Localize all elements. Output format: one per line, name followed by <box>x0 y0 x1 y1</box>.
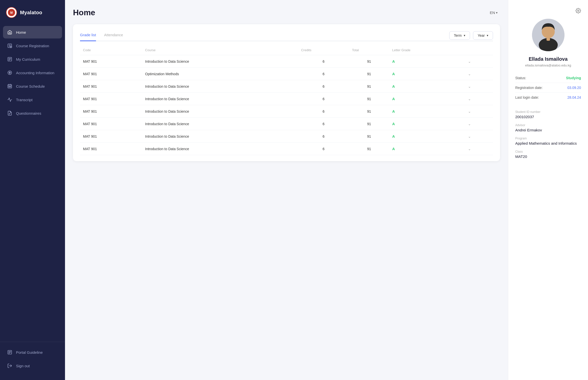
cell-expand[interactable]: ⌄ <box>465 130 493 143</box>
chevron-down-icon[interactable]: ⌄ <box>468 122 471 126</box>
curriculum-icon <box>7 56 12 62</box>
page-title: Home <box>73 8 95 17</box>
lang-label: EN <box>490 10 495 15</box>
cell-grade: A <box>389 68 465 80</box>
tab-attendance[interactable]: Attendance <box>104 30 123 41</box>
cell-credits: 6 <box>298 68 349 80</box>
program-group: Program Applied Mathematics and Informat… <box>515 137 581 145</box>
term-filter[interactable]: Term ▾ <box>449 31 470 40</box>
table-row[interactable]: MAT 901 Introduction to Data Science 6 9… <box>80 105 493 118</box>
svg-rect-7 <box>8 84 12 88</box>
table-row[interactable]: MAT 901 Introduction to Data Science 6 9… <box>80 118 493 130</box>
chevron-down-icon[interactable]: ⌄ <box>468 97 471 101</box>
cell-expand[interactable]: ⌄ <box>465 118 493 130</box>
cell-course: Introduction to Data Science <box>142 80 298 93</box>
table-row[interactable]: MAT 901 Optimization Methods 6 91 A ⌄ <box>80 68 493 80</box>
cell-course: Introduction to Data Science <box>142 105 298 118</box>
student-id-group: Student ID number 200102037 <box>515 110 581 119</box>
table-row[interactable]: MAT 901 Introduction to Data Science 6 9… <box>80 80 493 93</box>
sidebar-item-schedule[interactable]: Course Schedule <box>3 80 62 92</box>
table-row[interactable]: MAT 901 Introduction to Data Science 6 9… <box>80 55 493 68</box>
tab-grade-list[interactable]: Grade list <box>80 30 96 41</box>
cell-total: 91 <box>349 93 389 105</box>
advisor-value: Andrei Ermakov <box>515 128 581 132</box>
right-panel: Ellada Ismailova ellada.ismailova@alatoo… <box>508 0 588 380</box>
cell-course: Introduction to Data Science <box>142 93 298 105</box>
svg-point-15 <box>578 10 579 11</box>
chevron-down-icon[interactable]: ⌄ <box>468 59 471 63</box>
cell-grade: A <box>389 143 465 155</box>
sidebar-item-sign-out[interactable]: Sign out <box>3 360 62 372</box>
table-row[interactable]: MAT 901 Introduction to Data Science 6 9… <box>80 93 493 105</box>
cell-code: MAT 901 <box>80 93 142 105</box>
status-value: Studying <box>558 73 581 83</box>
sidebar-item-course-registration[interactable]: Course Registration <box>3 39 62 52</box>
cell-total: 91 <box>349 105 389 118</box>
class-label: Class <box>515 150 581 153</box>
table-row[interactable]: MAT 901 Introduction to Data Science 6 9… <box>80 143 493 155</box>
year-filter[interactable]: Year ▾ <box>473 31 493 40</box>
table-row[interactable]: MAT 901 Introduction to Data Science 6 9… <box>80 130 493 143</box>
cell-grade: A <box>389 55 465 68</box>
cell-course: Introduction to Data Science <box>142 130 298 143</box>
chevron-down-icon: ▾ <box>487 34 488 37</box>
page-header: Home EN ▾ <box>73 8 500 17</box>
cell-total: 91 <box>349 55 389 68</box>
grade-table: Code Course Credits Total Letter Grade M… <box>80 46 493 155</box>
cell-grade: A <box>389 80 465 93</box>
cell-grade: A <box>389 130 465 143</box>
sidebar-item-portal-guideline[interactable]: Portal Guideline <box>3 346 62 359</box>
lang-selector[interactable]: EN ▾ <box>487 9 500 16</box>
sidebar-item-questionnaires[interactable]: Questionnaires <box>3 107 62 119</box>
chevron-down-icon[interactable]: ⌄ <box>468 109 471 113</box>
col-letter-grade: Letter Grade <box>389 46 465 55</box>
sidebar-item-home[interactable]: Home <box>3 26 62 38</box>
cell-total: 91 <box>349 143 389 155</box>
col-credits: Credits <box>298 46 349 55</box>
sidebar-item-label: Sign out <box>16 364 30 368</box>
col-code: Code <box>80 46 142 55</box>
reg-date-label: Registration date: <box>515 83 558 93</box>
svg-rect-19 <box>546 37 550 41</box>
user-name: Ellada Ismailova <box>529 56 568 62</box>
chevron-down-icon[interactable]: ⌄ <box>468 134 471 138</box>
sidebar-item-label: Portal Guideline <box>16 350 43 355</box>
chevron-down-icon[interactable]: ⌄ <box>468 72 471 76</box>
chevron-down-icon: ▾ <box>496 11 498 14</box>
cell-course: Optimization Methods <box>142 68 298 80</box>
sidebar-logo: M Myalatoo <box>0 0 65 26</box>
cell-expand[interactable]: ⌄ <box>465 55 493 68</box>
student-id-label: Student ID number <box>515 110 581 114</box>
guideline-icon <box>7 350 12 355</box>
chevron-down-icon[interactable]: ⌄ <box>468 147 471 151</box>
col-expand <box>465 46 493 55</box>
cell-course: Introduction to Data Science <box>142 143 298 155</box>
sidebar-item-transcript[interactable]: Transcript <box>3 93 62 106</box>
sidebar-item-curriculum[interactable]: My Curriculum <box>3 53 62 65</box>
cell-expand[interactable]: ⌄ <box>465 105 493 118</box>
cell-expand[interactable]: ⌄ <box>465 68 493 80</box>
sidebar-bottom: Portal Guideline Sign out <box>0 342 65 380</box>
cell-expand[interactable]: ⌄ <box>465 143 493 155</box>
cell-credits: 6 <box>298 130 349 143</box>
profile-detail: Student ID number 200102037 Advisor Andr… <box>515 110 581 163</box>
sidebar-item-label: Questionnaires <box>16 111 41 115</box>
student-id-value: 200102037 <box>515 115 581 119</box>
advisor-label: Advisor <box>515 123 581 127</box>
last-login-row: Last login date: 28.04.24 <box>515 93 581 102</box>
cell-credits: 6 <box>298 55 349 68</box>
chevron-down-icon[interactable]: ⌄ <box>468 84 471 88</box>
status-label: Status: <box>515 73 558 83</box>
cell-total: 91 <box>349 118 389 130</box>
accounting-icon <box>7 70 12 75</box>
logo-icon: M <box>6 7 17 18</box>
sidebar-item-accounting[interactable]: Accounting Information <box>3 66 62 79</box>
settings-icon[interactable] <box>576 8 581 15</box>
cell-total: 91 <box>349 68 389 80</box>
cell-expand[interactable]: ⌄ <box>465 93 493 105</box>
cell-course: Introduction to Data Science <box>142 118 298 130</box>
sidebar-item-label: Transcript <box>16 98 32 102</box>
last-login-value: 28.04.24 <box>558 93 581 102</box>
cell-expand[interactable]: ⌄ <box>465 80 493 93</box>
tab-filters: Term ▾ Year ▾ <box>449 31 493 40</box>
